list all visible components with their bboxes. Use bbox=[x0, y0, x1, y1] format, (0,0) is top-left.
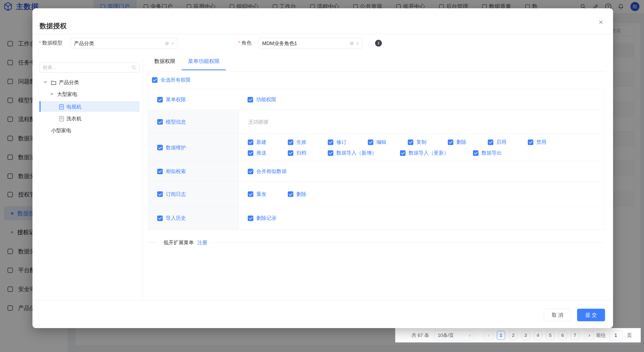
select-all-checkbox[interactable] bbox=[152, 77, 157, 83]
next-page-button[interactable]: › bbox=[585, 331, 594, 340]
disable-checkbox[interactable] bbox=[528, 139, 533, 145]
permission-table: 菜单权限 功能权限 模型信息 无功能项 数据维护 bbox=[148, 89, 604, 230]
menu-cell: 订阅日志 bbox=[148, 182, 238, 207]
subscribe-log-checkbox[interactable] bbox=[157, 191, 163, 197]
clear-icon[interactable]: ⊗ bbox=[350, 40, 354, 46]
data-model-label: *数据模型 bbox=[39, 40, 62, 46]
close-icon[interactable]: × bbox=[598, 18, 603, 26]
function-permission-header: 功能权限 bbox=[238, 89, 604, 110]
push-checkbox[interactable] bbox=[248, 150, 253, 156]
tree-selected-row-bg bbox=[39, 101, 140, 112]
lowcode-extension-divider: 低开扩展菜单 注册 bbox=[147, 239, 604, 246]
select-all-row: 全选所有权限 bbox=[152, 77, 191, 83]
similar-search-checkbox[interactable] bbox=[157, 169, 163, 174]
resend-checkbox[interactable] bbox=[248, 191, 253, 197]
tree-node-washer[interactable]: 洗衣机 bbox=[59, 115, 82, 122]
clear-icon[interactable]: ⊗ bbox=[165, 40, 169, 46]
caret-down-icon[interactable] bbox=[50, 93, 54, 95]
fn-disable: 禁用 bbox=[528, 139, 568, 146]
archive-checkbox[interactable] bbox=[288, 150, 293, 156]
divider-line bbox=[212, 242, 604, 243]
fn-revise: 修订 bbox=[328, 139, 368, 146]
role-select[interactable]: MDM业务角色1 ⊗ ∨ bbox=[259, 38, 362, 49]
log-delete-checkbox[interactable] bbox=[288, 191, 293, 197]
merge-similar-checkbox[interactable] bbox=[248, 169, 253, 174]
pagination-bar: 共 67 条 10条/页 ∨ ‹ 1 2 3 4 5 6 7 › 前往 1 页 bbox=[395, 328, 641, 342]
enable-checkbox[interactable] bbox=[488, 139, 493, 145]
function-cell: 删除记录 bbox=[238, 207, 604, 229]
jump-page-input[interactable]: 1 bbox=[609, 330, 622, 340]
modal-title: 数据授权 bbox=[39, 21, 67, 30]
page-button-1[interactable]: 1 bbox=[497, 331, 505, 340]
page-button-7[interactable]: 7 bbox=[571, 331, 579, 340]
fn-log-delete: 删除 bbox=[288, 191, 306, 198]
create-checkbox[interactable] bbox=[248, 139, 253, 145]
data-auth-modal: 数据授权 × *数据模型 产品分类 ⊗ ∨ *角色 MDM业务角色1 ⊗ ∨ i… bbox=[32, 8, 613, 328]
tabs-divider bbox=[148, 71, 604, 72]
tree-node-root[interactable]: 产品分类 bbox=[44, 79, 79, 86]
page-button-4[interactable]: 4 bbox=[534, 331, 542, 340]
pagination-total: 共 67 条 bbox=[412, 332, 429, 339]
table-row-model-info: 模型信息 无功能项 bbox=[148, 110, 604, 134]
cancel-button[interactable]: 取 消 bbox=[544, 309, 571, 321]
page-button-6[interactable]: 6 bbox=[558, 331, 567, 340]
register-link[interactable]: 注册 bbox=[197, 239, 207, 246]
tab-data-permission[interactable]: 数据权限 bbox=[148, 58, 182, 70]
tree-node-tv-selected[interactable]: 电视机 bbox=[59, 103, 82, 110]
revise-checkbox[interactable] bbox=[328, 139, 333, 145]
doc-icon bbox=[59, 116, 64, 122]
folder-icon bbox=[51, 80, 57, 86]
caret-down-icon[interactable] bbox=[44, 81, 47, 84]
submit-button[interactable]: 提 交 bbox=[577, 309, 605, 321]
tab-menu-function-permission[interactable]: 菜单功能权限 bbox=[182, 58, 226, 70]
fn-delete-record: 删除记录 bbox=[248, 215, 276, 222]
role-label: *角色 bbox=[238, 40, 252, 46]
menu-cell: 数据维护 bbox=[148, 134, 238, 161]
import-new-checkbox[interactable] bbox=[328, 150, 333, 156]
import-update-checkbox[interactable] bbox=[400, 150, 406, 156]
selected-bar bbox=[39, 101, 41, 112]
delete-checkbox[interactable] bbox=[448, 139, 453, 145]
data-maintain-checkbox[interactable] bbox=[157, 145, 163, 150]
page-button-2[interactable]: 2 bbox=[509, 331, 517, 340]
page-size-select[interactable]: 10条/页 ∨ bbox=[434, 330, 474, 340]
effect-checkbox[interactable] bbox=[288, 139, 293, 145]
page-button-3[interactable]: 3 bbox=[521, 331, 530, 340]
chevron-down-icon: ∨ bbox=[356, 41, 359, 46]
tree-search-input[interactable]: 检索... bbox=[39, 62, 140, 73]
no-function-note: 无功能项 bbox=[248, 119, 268, 125]
divider-dash bbox=[147, 242, 156, 243]
edit-checkbox[interactable] bbox=[368, 139, 373, 145]
tree-node-small-appliance[interactable]: 小型家电 bbox=[51, 127, 71, 134]
delete-record-checkbox[interactable] bbox=[248, 216, 253, 221]
export-checkbox[interactable] bbox=[473, 150, 478, 156]
permission-tabs: 数据权限 菜单功能权限 bbox=[148, 58, 226, 70]
info-icon[interactable]: i bbox=[375, 40, 382, 47]
doc-icon bbox=[59, 104, 64, 110]
required-asterisk: * bbox=[238, 40, 240, 46]
fn-create: 新建 bbox=[248, 139, 288, 146]
function-cell: 新建 生效 修订 编辑 复制 删除 启用 禁用 推送 归档 数据导入 bbox=[238, 134, 604, 161]
fn-delete: 删除 bbox=[448, 139, 488, 146]
fn-effect: 生效 bbox=[288, 139, 328, 146]
table-header-row: 菜单权限 功能权限 bbox=[148, 89, 604, 110]
page-button-5[interactable]: 5 bbox=[546, 331, 554, 340]
prev-page-button[interactable]: ‹ bbox=[484, 331, 493, 340]
modal-header-divider bbox=[32, 34, 613, 34]
table-row-similar-search: 相似检索 合并相似数据 bbox=[148, 161, 604, 182]
function-line-1: 新建 生效 修订 编辑 复制 删除 启用 禁用 bbox=[248, 139, 568, 146]
data-model-select[interactable]: 产品分类 ⊗ ∨ bbox=[71, 38, 177, 49]
model-info-checkbox[interactable] bbox=[157, 119, 163, 125]
fn-edit: 编辑 bbox=[368, 139, 408, 146]
menu-permission-checkbox[interactable] bbox=[157, 97, 163, 102]
extension-label: 低开扩展菜单 bbox=[164, 239, 194, 246]
chevron-down-icon: ∨ bbox=[468, 333, 471, 338]
modal-footer-divider bbox=[32, 300, 613, 300]
fn-merge-similar: 合并相似数据 bbox=[248, 168, 287, 175]
copy-checkbox[interactable] bbox=[408, 139, 413, 145]
import-history-checkbox[interactable] bbox=[157, 216, 163, 221]
fn-export: 数据导出 bbox=[473, 150, 502, 156]
function-permission-checkbox[interactable] bbox=[248, 97, 253, 102]
tree-node-parent[interactable]: 大型家电 bbox=[50, 91, 77, 98]
menu-cell: 导入历史 bbox=[148, 207, 238, 229]
